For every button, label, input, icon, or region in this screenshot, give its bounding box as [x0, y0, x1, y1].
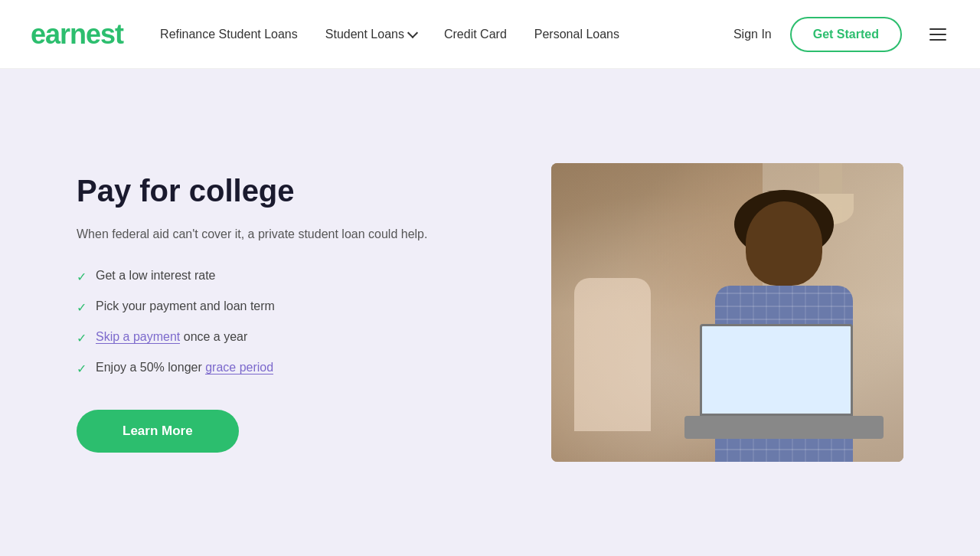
- nav-label-personal-loans: Personal Loans: [534, 28, 619, 41]
- hero-image: [551, 163, 903, 462]
- feature-text-1: Get a low interest rate: [96, 269, 216, 283]
- check-icon-4: ✓: [77, 361, 87, 376]
- hamburger-line-3: [929, 39, 946, 41]
- feature-text-3: Skip a payment once a year: [96, 330, 247, 344]
- hero-image-container: [551, 163, 903, 462]
- header-actions: Sign In Get Started: [733, 17, 949, 52]
- check-icon-1: ✓: [77, 270, 87, 284]
- background-person: [574, 278, 651, 431]
- feature-item-4: ✓ Enjoy a 50% longer grace period: [77, 361, 505, 376]
- nav-item-student-loans[interactable]: Student Loans: [325, 28, 416, 41]
- features-list: ✓ Get a low interest rate ✓ Pick your pa…: [77, 269, 505, 376]
- chevron-down-icon: [407, 27, 418, 38]
- laptop-base: [684, 416, 884, 439]
- grace-period-link[interactable]: grace period: [205, 361, 273, 374]
- hamburger-menu[interactable]: [926, 25, 949, 44]
- page-headline: Pay for college: [77, 172, 505, 209]
- hero-image-placeholder: [551, 163, 903, 462]
- check-icon-3: ✓: [77, 331, 87, 345]
- feature-item-3: ✓ Skip a payment once a year: [77, 330, 505, 345]
- nav-label-credit-card: Credit Card: [444, 28, 507, 41]
- main-nav: Refinance Student Loans Student Loans Cr…: [160, 28, 733, 41]
- person-silhouette: [684, 186, 899, 462]
- feature-text-4: Enjoy a 50% longer grace period: [96, 361, 273, 374]
- page-subtitle: When federal aid can't cover it, a priva…: [77, 224, 505, 244]
- person-head: [746, 201, 822, 286]
- learn-more-button[interactable]: Learn More: [77, 410, 239, 453]
- logo-text: earnest: [31, 18, 123, 51]
- feature-item-1: ✓ Get a low interest rate: [77, 269, 505, 284]
- get-started-button[interactable]: Get Started: [790, 17, 902, 52]
- laptop-screen: [700, 324, 853, 416]
- logo[interactable]: earnest: [31, 18, 123, 51]
- main-content: Pay for college When federal aid can't c…: [0, 69, 980, 556]
- feature-item-2: ✓ Pick your payment and loan term: [77, 299, 505, 315]
- nav-item-personal-loans[interactable]: Personal Loans: [534, 28, 619, 41]
- header: earnest Refinance Student Loans Student …: [0, 0, 980, 69]
- skip-payment-link[interactable]: Skip a payment: [96, 330, 180, 344]
- hamburger-line-2: [929, 34, 946, 35]
- nav-item-refinance[interactable]: Refinance Student Loans: [160, 28, 298, 41]
- check-icon-2: ✓: [77, 300, 87, 315]
- sign-in-link[interactable]: Sign In: [733, 28, 772, 41]
- feature-text-2: Pick your payment and loan term: [96, 299, 275, 313]
- nav-label-student-loans: Student Loans: [325, 28, 404, 41]
- content-left: Pay for college When federal aid can't c…: [77, 172, 505, 453]
- nav-item-credit-card[interactable]: Credit Card: [444, 28, 507, 41]
- hamburger-line-1: [929, 28, 946, 30]
- nav-label-refinance: Refinance Student Loans: [160, 28, 298, 41]
